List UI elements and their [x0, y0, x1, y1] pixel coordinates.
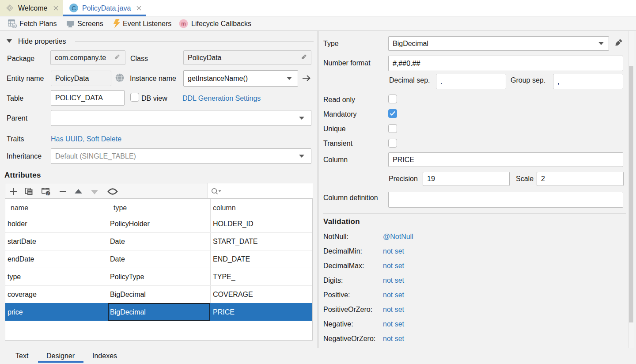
svg-text:m: m [181, 21, 186, 27]
svg-text:C: C [72, 5, 76, 11]
